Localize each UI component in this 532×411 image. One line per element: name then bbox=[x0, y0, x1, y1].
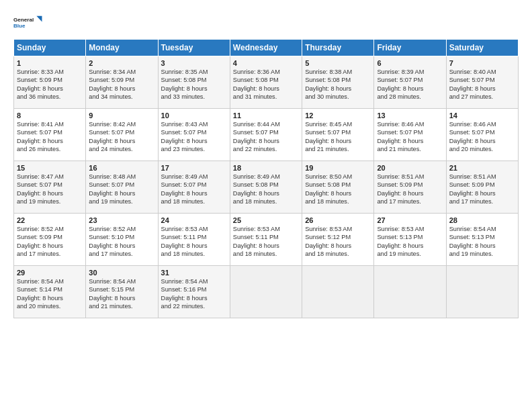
page: GeneralBlue SundayMondayTuesdayWednesday… bbox=[0, 0, 532, 326]
day-number: 8 bbox=[17, 111, 83, 120]
day-number: 9 bbox=[89, 111, 154, 120]
day-number: 20 bbox=[377, 164, 443, 172]
day-content: Sunrise: 8:46 AMSunset: 5:07 PMDaylight:… bbox=[449, 120, 515, 154]
col-header-wednesday: Wednesday bbox=[230, 40, 302, 56]
day-content: Sunrise: 8:41 AMSunset: 5:07 PMDaylight:… bbox=[17, 120, 83, 154]
calendar-cell-day-15: 15Sunrise: 8:47 AMSunset: 5:07 PMDayligh… bbox=[14, 161, 86, 214]
calendar-cell-day-2: 2Sunrise: 8:34 AMSunset: 5:09 PMDaylight… bbox=[86, 56, 158, 109]
day-content: Sunrise: 8:54 AMSunset: 5:15 PMDaylight:… bbox=[89, 277, 154, 311]
calendar-cell-day-5: 5Sunrise: 8:38 AMSunset: 5:08 PMDaylight… bbox=[302, 56, 374, 109]
day-content: Sunrise: 8:46 AMSunset: 5:07 PMDaylight:… bbox=[377, 120, 443, 154]
calendar-cell-day-28: 28Sunrise: 8:54 AMSunset: 5:13 PMDayligh… bbox=[446, 214, 518, 266]
day-number: 29 bbox=[17, 269, 83, 277]
day-number: 5 bbox=[305, 59, 371, 67]
week-row-4: 22Sunrise: 8:52 AMSunset: 5:09 PMDayligh… bbox=[14, 214, 519, 266]
day-content: Sunrise: 8:44 AMSunset: 5:07 PMDaylight:… bbox=[233, 120, 299, 154]
day-number: 23 bbox=[89, 216, 154, 224]
day-content: Sunrise: 8:33 AMSunset: 5:09 PMDaylight:… bbox=[17, 68, 83, 101]
calendar-cell bbox=[374, 266, 446, 318]
svg-text:General: General bbox=[13, 17, 34, 23]
day-content: Sunrise: 8:51 AMSunset: 5:09 PMDaylight:… bbox=[377, 173, 443, 206]
calendar-cell-day-25: 25Sunrise: 8:53 AMSunset: 5:11 PMDayligh… bbox=[230, 214, 302, 266]
day-content: Sunrise: 8:52 AMSunset: 5:10 PMDaylight:… bbox=[89, 225, 154, 259]
calendar-cell-day-10: 10Sunrise: 8:43 AMSunset: 5:07 PMDayligh… bbox=[158, 109, 230, 161]
calendar-cell-day-8: 8Sunrise: 8:41 AMSunset: 5:07 PMDaylight… bbox=[14, 109, 86, 161]
col-header-friday: Friday bbox=[374, 40, 446, 56]
day-number: 16 bbox=[89, 164, 154, 172]
calendar-cell-day-20: 20Sunrise: 8:51 AMSunset: 5:09 PMDayligh… bbox=[374, 161, 446, 214]
day-content: Sunrise: 8:38 AMSunset: 5:08 PMDaylight:… bbox=[305, 68, 371, 101]
calendar-cell-day-9: 9Sunrise: 8:42 AMSunset: 5:07 PMDaylight… bbox=[86, 109, 158, 161]
day-content: Sunrise: 8:45 AMSunset: 5:07 PMDaylight:… bbox=[305, 120, 371, 154]
day-content: Sunrise: 8:54 AMSunset: 5:14 PMDaylight:… bbox=[17, 277, 83, 311]
calendar-cell-day-4: 4Sunrise: 8:36 AMSunset: 5:08 PMDaylight… bbox=[230, 56, 302, 109]
day-content: Sunrise: 8:53 AMSunset: 5:12 PMDaylight:… bbox=[305, 225, 371, 259]
week-row-2: 8Sunrise: 8:41 AMSunset: 5:07 PMDaylight… bbox=[14, 109, 519, 161]
col-header-saturday: Saturday bbox=[446, 40, 518, 56]
day-content: Sunrise: 8:53 AMSunset: 5:11 PMDaylight:… bbox=[233, 225, 299, 259]
day-number: 11 bbox=[233, 111, 299, 120]
day-content: Sunrise: 8:49 AMSunset: 5:08 PMDaylight:… bbox=[233, 173, 299, 206]
calendar-cell-day-19: 19Sunrise: 8:50 AMSunset: 5:08 PMDayligh… bbox=[302, 161, 374, 214]
calendar-cell-day-29: 29Sunrise: 8:54 AMSunset: 5:14 PMDayligh… bbox=[14, 266, 86, 318]
calendar-cell-day-23: 23Sunrise: 8:52 AMSunset: 5:10 PMDayligh… bbox=[86, 214, 158, 266]
day-content: Sunrise: 8:53 AMSunset: 5:13 PMDaylight:… bbox=[377, 225, 443, 259]
day-content: Sunrise: 8:50 AMSunset: 5:08 PMDaylight:… bbox=[305, 173, 371, 206]
calendar-cell-day-21: 21Sunrise: 8:51 AMSunset: 5:09 PMDayligh… bbox=[446, 161, 518, 214]
calendar-cell-day-3: 3Sunrise: 8:35 AMSunset: 5:08 PMDaylight… bbox=[158, 56, 230, 109]
day-content: Sunrise: 8:40 AMSunset: 5:07 PMDaylight:… bbox=[449, 68, 515, 101]
calendar-cell bbox=[230, 266, 302, 318]
calendar-cell-day-17: 17Sunrise: 8:49 AMSunset: 5:07 PMDayligh… bbox=[158, 161, 230, 214]
col-header-sunday: Sunday bbox=[14, 40, 86, 56]
week-row-3: 15Sunrise: 8:47 AMSunset: 5:07 PMDayligh… bbox=[14, 161, 519, 214]
day-number: 30 bbox=[89, 269, 154, 277]
calendar-cell-day-22: 22Sunrise: 8:52 AMSunset: 5:09 PMDayligh… bbox=[14, 214, 86, 266]
calendar-cell-day-13: 13Sunrise: 8:46 AMSunset: 5:07 PMDayligh… bbox=[374, 109, 446, 161]
day-content: Sunrise: 8:34 AMSunset: 5:09 PMDaylight:… bbox=[89, 68, 154, 101]
calendar-cell-day-6: 6Sunrise: 8:39 AMSunset: 5:07 PMDaylight… bbox=[374, 56, 446, 109]
calendar-cell-day-18: 18Sunrise: 8:49 AMSunset: 5:08 PMDayligh… bbox=[230, 161, 302, 214]
day-content: Sunrise: 8:54 AMSunset: 5:13 PMDaylight:… bbox=[449, 225, 515, 259]
day-content: Sunrise: 8:43 AMSunset: 5:07 PMDaylight:… bbox=[161, 120, 227, 154]
logo: GeneralBlue bbox=[13, 12, 47, 32]
day-number: 26 bbox=[305, 216, 371, 224]
header-row: SundayMondayTuesdayWednesdayThursdayFrid… bbox=[14, 40, 519, 56]
day-number: 17 bbox=[161, 164, 227, 172]
day-content: Sunrise: 8:42 AMSunset: 5:07 PMDaylight:… bbox=[89, 120, 154, 154]
calendar-cell-day-26: 26Sunrise: 8:53 AMSunset: 5:12 PMDayligh… bbox=[302, 214, 374, 266]
day-number: 18 bbox=[233, 164, 299, 172]
calendar-cell-day-14: 14Sunrise: 8:46 AMSunset: 5:07 PMDayligh… bbox=[446, 109, 518, 161]
day-number: 10 bbox=[161, 111, 227, 120]
day-number: 14 bbox=[449, 111, 515, 120]
calendar-cell-day-27: 27Sunrise: 8:53 AMSunset: 5:13 PMDayligh… bbox=[374, 214, 446, 266]
calendar-table: SundayMondayTuesdayWednesdayThursdayFrid… bbox=[13, 39, 519, 318]
day-number: 1 bbox=[17, 59, 83, 67]
calendar-cell-day-12: 12Sunrise: 8:45 AMSunset: 5:07 PMDayligh… bbox=[302, 109, 374, 161]
day-content: Sunrise: 8:53 AMSunset: 5:11 PMDaylight:… bbox=[161, 225, 227, 259]
week-row-1: 1Sunrise: 8:33 AMSunset: 5:09 PMDaylight… bbox=[14, 56, 519, 109]
day-number: 6 bbox=[377, 59, 443, 67]
week-row-5: 29Sunrise: 8:54 AMSunset: 5:14 PMDayligh… bbox=[14, 266, 519, 318]
day-number: 28 bbox=[449, 216, 515, 224]
day-number: 12 bbox=[305, 111, 371, 120]
day-number: 25 bbox=[233, 216, 299, 224]
logo-icon: GeneralBlue bbox=[13, 12, 47, 32]
day-content: Sunrise: 8:35 AMSunset: 5:08 PMDaylight:… bbox=[161, 68, 227, 101]
calendar-cell-day-11: 11Sunrise: 8:44 AMSunset: 5:07 PMDayligh… bbox=[230, 109, 302, 161]
day-content: Sunrise: 8:54 AMSunset: 5:16 PMDaylight:… bbox=[161, 277, 227, 311]
col-header-monday: Monday bbox=[86, 40, 158, 56]
day-number: 19 bbox=[305, 164, 371, 172]
day-number: 15 bbox=[17, 164, 83, 172]
col-header-tuesday: Tuesday bbox=[158, 40, 230, 56]
day-number: 4 bbox=[233, 59, 299, 67]
day-number: 31 bbox=[161, 269, 227, 277]
calendar-cell-day-7: 7Sunrise: 8:40 AMSunset: 5:07 PMDaylight… bbox=[446, 56, 518, 109]
calendar-cell bbox=[302, 266, 374, 318]
day-number: 27 bbox=[377, 216, 443, 224]
header: GeneralBlue bbox=[13, 12, 519, 32]
calendar-cell-day-16: 16Sunrise: 8:48 AMSunset: 5:07 PMDayligh… bbox=[86, 161, 158, 214]
calendar-cell-day-1: 1Sunrise: 8:33 AMSunset: 5:09 PMDaylight… bbox=[14, 56, 86, 109]
svg-text:Blue: Blue bbox=[13, 23, 26, 29]
day-content: Sunrise: 8:47 AMSunset: 5:07 PMDaylight:… bbox=[17, 173, 83, 206]
day-number: 24 bbox=[161, 216, 227, 224]
